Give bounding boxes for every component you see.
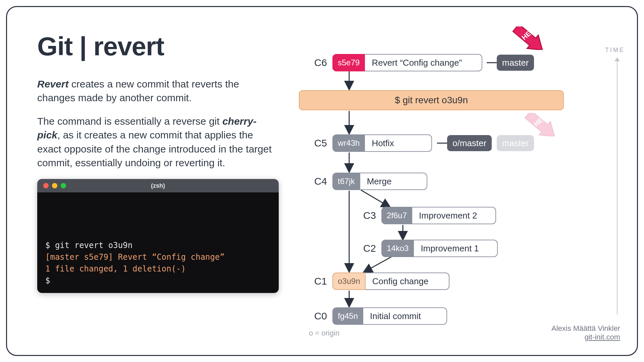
commit-message: Merge [360,173,427,190]
commit-label: C3 [358,210,376,221]
commit-c4: C4 t67jk Merge [309,173,427,190]
commit-hash: wr43h [332,134,365,152]
terminal-title: (zsh) [37,182,279,189]
svg-line-6 [364,256,392,272]
commit-message: Improvement 1 [414,240,498,257]
commit-c6: C6 s5e79 Revert “Config change” [309,54,482,71]
terminal-line-2: [master s5e79] Revert “Config change” [45,251,271,263]
branch-master-old: master [497,135,534,151]
terminal-window: (zsh) git revert o3u9n [master s5e79] Re… [37,179,279,293]
commit-hash: o3u9n [332,273,366,290]
terminal-line-3: 1 file changed, 1 deletion(-) [45,263,271,275]
svg-line-4 [361,190,389,207]
commit-c0: C0 fg45n Initial commit [309,307,447,325]
command-bar: $ git revert o3u9n [299,90,564,110]
para1-strong: Revert [37,78,68,89]
time-axis-line [617,60,618,315]
commit-hash: fg45n [332,307,363,325]
commit-label: C6 [309,57,327,68]
paragraph-1: Revert creates a new commit that reverts… [37,77,279,105]
commit-message: Initial commit [363,307,447,325]
commit-label: C4 [309,176,327,187]
commit-message: Revert “Config change” [365,54,482,71]
left-column: Git | revert Revert creates a new commit… [37,31,279,293]
commit-hash: 14ko3 [381,240,414,257]
commit-message: Hotfix [365,134,432,152]
para2-b: , as it creates a new commit that applie… [37,129,272,168]
credit: Alexis Määttä Vinkler git-init.com [551,324,620,342]
commit-hash: s5e79 [332,54,365,71]
credit-author: Alexis Määttä Vinkler [551,324,620,333]
commit-label: C5 [309,137,327,149]
commit-graph: C6 s5e79 Revert “Config change” master H… [309,47,577,329]
commit-label: C2 [358,243,376,254]
terminal-line-4: $ [45,275,271,287]
commit-hash: t67jk [332,173,360,190]
origin-legend: o = origin [309,329,339,338]
head-pointer-old-icon: HEAD [523,113,561,136]
terminal-titlebar: (zsh) [37,179,279,192]
commit-message: Improvement 2 [412,207,496,224]
commit-label: C0 [309,310,327,322]
commit-c3: C3 2f6u7 Improvement 2 [358,207,496,224]
commit-c1: C1 o3u9n Config change [309,273,449,290]
commit-hash: 2f6u7 [381,207,412,224]
head-pointer-icon: HEAD [511,26,549,50]
commit-label: C1 [309,276,327,287]
slide-frame: Git | revert Revert creates a new commit… [6,6,638,356]
time-label: TIME [605,47,625,54]
slide-title: Git | revert [37,31,279,62]
paragraph-2: The command is essentially a reverse git… [37,114,279,170]
branch-o-master: o/master [447,135,492,151]
commit-message: Config change [366,273,449,290]
commit-c2: C2 14ko3 Improvement 1 [358,240,498,257]
time-axis: TIME [605,47,625,315]
commit-c5: C5 wr43h Hotfix [309,134,432,152]
credit-link: git-init.com [551,333,620,342]
para2-a: The command is essentially a reverse git [37,116,222,127]
terminal-line-1: git revert o3u9n [45,240,271,251]
branch-master: master [497,55,534,71]
terminal-body: git revert o3u9n [master s5e79] Revert “… [37,192,279,293]
